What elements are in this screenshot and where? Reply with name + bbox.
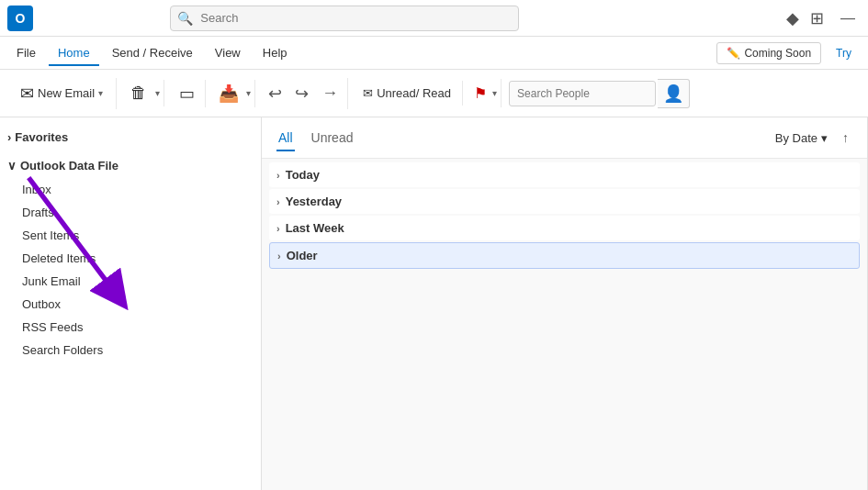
new-email-icon: ✉	[20, 84, 34, 104]
move-group: 📥 ▾	[209, 80, 255, 107]
sidebar-item-junk-email[interactable]: Junk Email	[0, 270, 261, 293]
chevron-today: ›	[276, 170, 280, 181]
move-button[interactable]: 📥	[213, 80, 244, 107]
search-people-group: 👤	[505, 79, 693, 108]
flag-icon: ⚑	[474, 84, 487, 102]
group-older-label: Older	[287, 249, 318, 262]
sidebar-item-search-folders[interactable]: Search Folders	[0, 339, 261, 362]
chevron-down-icon: ∨	[7, 159, 17, 173]
new-email-label: New Email	[38, 86, 95, 100]
message-list: › Today › Yesterday › Last Week ›	[262, 159, 867, 490]
sidebar-outlook-data-file[interactable]: ∨ Outlook Data File	[0, 153, 261, 178]
group-yesterday-label: Yesterday	[286, 195, 342, 208]
sort-order-button[interactable]: ↑	[839, 128, 852, 147]
delete-dropdown-arrow[interactable]: ▾	[155, 88, 160, 98]
title-right: ◆ ⊞ —	[786, 8, 861, 28]
new-email-button[interactable]: ✉ New Email ▾	[11, 78, 112, 109]
toolbar: ✉ New Email ▾ 🗑 ▾ ▭ 📥 ▾ ↩ ↪ → ✉ Unread/ …	[0, 70, 868, 117]
archive-button[interactable]: ▭	[172, 80, 201, 107]
menubar: File Home Send / Receive View Help ✏️ Co…	[0, 37, 868, 70]
unread-read-label: Unread/ Read	[377, 86, 451, 100]
delete-button[interactable]: 🗑	[124, 80, 153, 106]
sort-by-date-button[interactable]: By Date ▾	[772, 129, 831, 147]
undo-button[interactable]: ↩	[263, 78, 287, 109]
move-dropdown-arrow[interactable]: ▾	[246, 88, 251, 98]
unread-read-button[interactable]: ✉ Unread/ Read	[355, 81, 458, 106]
delete-icon: 🗑	[130, 84, 147, 103]
sidebar-inner: ◀ › Favorites ∨ Outlook Data File Inbox …	[0, 117, 261, 369]
new-email-dropdown-arrow[interactable]: ▾	[98, 88, 103, 98]
tab-unread[interactable]: Unread	[310, 125, 355, 150]
menu-file[interactable]: File	[7, 40, 45, 65]
delete-group: 🗑 ▾	[120, 80, 164, 106]
titlebar: O 🔍 ◆ ⊞ —	[0, 0, 868, 37]
sort-group: By Date ▾ ↑	[772, 128, 852, 147]
chevron-yesterday: ›	[276, 196, 280, 207]
group-last-week-label: Last Week	[286, 221, 344, 235]
new-email-group: ✉ New Email ▾	[7, 78, 117, 109]
flag-button[interactable]: ⚑	[470, 79, 490, 107]
search-people-input[interactable]	[509, 81, 656, 106]
menu-view[interactable]: View	[206, 40, 250, 65]
group-today-label: Today	[286, 168, 320, 182]
sidebar: ◀ › Favorites ∨ Outlook Data File Inbox …	[0, 117, 262, 490]
move-icon: 📥	[219, 84, 239, 104]
sidebar-item-outbox[interactable]: Outbox	[0, 293, 261, 316]
sort-label: By Date	[775, 131, 817, 145]
archive-icon: ▭	[179, 84, 195, 104]
tab-all[interactable]: All	[276, 125, 295, 150]
menu-send-receive[interactable]: Send / Receive	[103, 40, 202, 65]
redo-button[interactable]: ↪	[289, 78, 314, 109]
coming-soon-label: Coming Soon	[744, 47, 811, 60]
chevron-older: ›	[277, 251, 281, 262]
qr-icon[interactable]: ⊞	[810, 8, 824, 28]
sidebar-item-sent-items[interactable]: Sent Items	[0, 224, 261, 247]
forward-button[interactable]: →	[316, 78, 344, 108]
envelope-icon: ✉	[363, 86, 373, 100]
menu-help[interactable]: Help	[254, 40, 297, 65]
group-last-week-header[interactable]: › Last Week	[269, 216, 860, 240]
outlook-data-file-label: Outlook Data File	[20, 159, 118, 173]
menu-home[interactable]: Home	[49, 40, 99, 65]
search-bar: 🔍	[170, 6, 519, 31]
search-input[interactable]	[170, 6, 519, 31]
group-older-header[interactable]: › Older	[269, 242, 860, 269]
coming-soon-button[interactable]: ✏️ Coming Soon	[716, 42, 821, 64]
unread-group: ✉ Unread/ Read	[352, 81, 463, 106]
person-icon[interactable]: 👤	[658, 79, 690, 108]
try-button[interactable]: Try	[827, 43, 861, 63]
sidebar-item-drafts[interactable]: Drafts	[0, 201, 261, 224]
sort-dropdown-icon: ▾	[821, 131, 828, 145]
outlook-logo: O	[7, 6, 33, 31]
group-yesterday: › Yesterday	[269, 189, 860, 214]
sidebar-item-rss-feeds[interactable]: RSS Feeds	[0, 316, 261, 339]
chevron-right-icon: ›	[7, 130, 11, 144]
flag-dropdown-arrow[interactable]: ▾	[492, 88, 497, 98]
content-area: All Unread By Date ▾ ↑ › Today ›	[262, 117, 867, 490]
search-icon: 🔍	[177, 11, 193, 26]
group-older: › Older	[269, 242, 860, 269]
diamond-icon[interactable]: ◆	[786, 8, 799, 28]
content-header: All Unread By Date ▾ ↑	[262, 117, 867, 159]
sidebar-favorites[interactable]: › Favorites	[0, 125, 261, 150]
group-yesterday-header[interactable]: › Yesterday	[269, 189, 860, 214]
nav-group: ↩ ↪ →	[259, 78, 348, 109]
archive-group: ▭	[168, 80, 206, 107]
wand-icon: ✏️	[727, 47, 740, 60]
chevron-last-week: ›	[276, 223, 280, 234]
menubar-right: ✏️ Coming Soon Try	[716, 42, 861, 64]
main: ◀ › Favorites ∨ Outlook Data File Inbox …	[0, 117, 868, 490]
sidebar-item-inbox[interactable]: Inbox	[0, 178, 261, 201]
flag-group: ⚑ ▾	[467, 79, 502, 107]
group-today-header[interactable]: › Today	[269, 162, 860, 187]
group-last-week: › Last Week	[269, 216, 860, 240]
minimize-button[interactable]: —	[835, 8, 861, 28]
favorites-label: Favorites	[15, 130, 68, 144]
group-today: › Today	[269, 162, 860, 187]
sidebar-item-deleted-items[interactable]: Deleted Items	[0, 247, 261, 270]
